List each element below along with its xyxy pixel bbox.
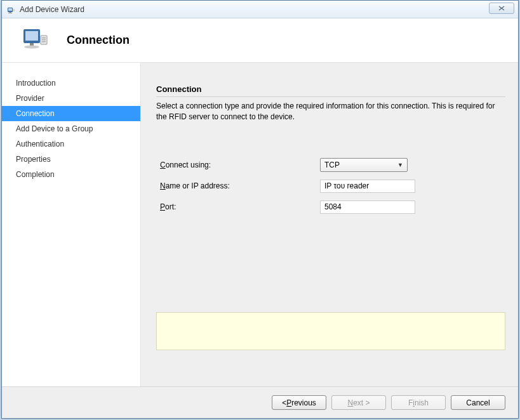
svg-rect-3 xyxy=(8,13,12,13)
svg-rect-12 xyxy=(42,41,46,43)
finish-button[interactable]: Finish xyxy=(391,395,446,410)
chevron-down-icon: ▼ xyxy=(397,162,403,168)
sidebar-item-completion[interactable]: Completion xyxy=(2,167,140,182)
body: Introduction Provider Connection Add Dev… xyxy=(2,63,518,386)
header: Connection xyxy=(2,18,518,63)
app-icon xyxy=(6,4,16,15)
port-input[interactable] xyxy=(320,200,415,214)
row-connect-using: Connect using: TCP ▼ xyxy=(156,158,505,172)
content-panel: Connection Select a connection type and … xyxy=(140,63,518,386)
dropdown-value: TCP xyxy=(324,161,340,169)
sidebar-item-add-device-group[interactable]: Add Device to a Group xyxy=(2,121,140,136)
sidebar-item-authentication[interactable]: Authentication xyxy=(2,136,140,152)
label-connect-using: Connect using: xyxy=(156,161,320,169)
close-button[interactable] xyxy=(489,3,514,14)
svg-rect-2 xyxy=(10,12,11,13)
cancel-button[interactable]: Cancel xyxy=(451,395,505,410)
svg-rect-11 xyxy=(42,39,46,41)
next-button[interactable]: Next > xyxy=(331,395,386,410)
computer-icon xyxy=(20,25,50,56)
label-port: Port: xyxy=(156,202,320,211)
previous-button[interactable]: < Previous xyxy=(272,395,326,410)
message-box xyxy=(156,312,505,350)
wizard-window: Add Device Wizard Connection Introductio… xyxy=(1,0,519,419)
sidebar: Introduction Provider Connection Add Dev… xyxy=(2,63,140,386)
svg-rect-7 xyxy=(30,43,34,46)
page-title: Connection xyxy=(67,34,130,47)
svg-rect-1 xyxy=(8,8,12,11)
label-name-ip: Name or IP address: xyxy=(156,181,320,190)
title-divider xyxy=(156,96,505,97)
sidebar-item-properties[interactable]: Properties xyxy=(2,152,140,167)
svg-rect-4 xyxy=(13,9,15,11)
sidebar-item-connection[interactable]: Connection xyxy=(2,106,140,121)
row-port: Port: xyxy=(156,200,505,214)
titlebar: Add Device Wizard xyxy=(2,1,518,18)
section-description: Select a connection type and provide the… xyxy=(156,101,505,122)
svg-point-8 xyxy=(24,45,39,48)
sidebar-item-introduction[interactable]: Introduction xyxy=(2,75,140,91)
svg-rect-10 xyxy=(42,37,46,39)
section-title: Connection xyxy=(156,84,505,94)
name-ip-input[interactable] xyxy=(320,180,415,193)
footer: < Previous Next > Finish Cancel xyxy=(2,386,518,418)
connect-using-dropdown[interactable]: TCP ▼ xyxy=(320,158,408,172)
svg-rect-6 xyxy=(25,31,38,41)
sidebar-item-provider[interactable]: Provider xyxy=(2,91,140,106)
row-name-ip: Name or IP address: xyxy=(156,180,505,193)
window-title: Add Device Wizard xyxy=(20,5,84,14)
